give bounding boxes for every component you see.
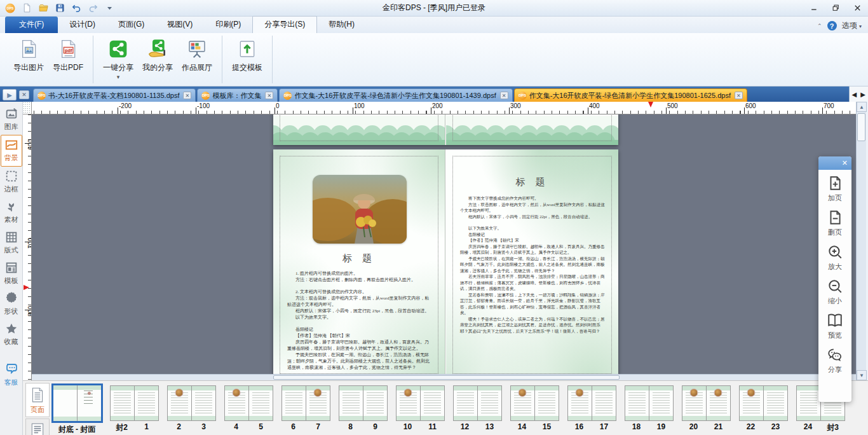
- thumbnail-page-number: 19: [649, 422, 674, 431]
- scroll-up-icon[interactable]: ▲: [857, 102, 867, 112]
- page-thumbnail[interactable]: 1011: [395, 383, 445, 435]
- sidebar-item-background[interactable]: 背景: [1, 135, 22, 167]
- close-button[interactable]: [846, 0, 868, 16]
- ribbon-button-share-green[interactable]: 一键分享▾: [98, 37, 138, 79]
- close-tab-icon[interactable]: ✕: [265, 92, 273, 99]
- editor-canvas[interactable]: 标 题 1. 图片框内可替换成您的图片。方法：右键点击图片框，删除内图，再双击图…: [32, 114, 856, 380]
- tab-scroll-left-icon[interactable]: ◀: [852, 91, 857, 98]
- sidebar-item-label: 客服: [4, 378, 18, 387]
- menu-item-文件F[interactable]: 文件(F): [5, 17, 58, 33]
- sidebar-item-favorite[interactable]: 收藏: [1, 319, 22, 350]
- save-icon[interactable]: [53, 2, 66, 15]
- sidebar-item-material[interactable]: 素材: [1, 197, 22, 228]
- restore-button[interactable]: [825, 0, 846, 16]
- open-folder-icon[interactable]: [37, 2, 50, 15]
- tab-scroll-right-icon[interactable]: ▶: [860, 91, 865, 98]
- page-thumbnail[interactable]: 89: [338, 383, 388, 435]
- menu-item-视图V[interactable]: 视图(V): [156, 17, 204, 33]
- caret-down-icon[interactable]: [103, 2, 116, 15]
- document-tab[interactable]: DPS作文集-大16开软皮平装-绿色清新小学生作文集190801-1625.dp…: [514, 88, 747, 102]
- sidebar-item-label: 收藏: [4, 337, 18, 347]
- vertical-scroll-thumb[interactable]: [857, 113, 865, 141]
- close-tab-icon[interactable]: ✕: [183, 92, 191, 99]
- menu-item-帮助H[interactable]: 帮助(H): [317, 17, 366, 33]
- page-right-title[interactable]: 标 题: [446, 176, 618, 188]
- thumbnail-page-left: [625, 386, 649, 420]
- gallery-icon: [186, 38, 208, 60]
- float-panel-item-label: 删页: [828, 228, 842, 237]
- close-icon[interactable]: ✕: [842, 159, 848, 167]
- ribbon-button-submit-template[interactable]: 提交模板: [227, 37, 267, 73]
- page-paragraph: 1. 图片框内可替换成您的图片。: [287, 270, 432, 277]
- horizontal-scroll-thumb[interactable]: [273, 375, 620, 380]
- current-page-spread[interactable]: 标 题 1. 图片框内可替换成您的图片。方法：右键点击图片框，删除内图，再双击图…: [273, 149, 618, 380]
- thumbnail-page-number: 7: [306, 422, 330, 431]
- sidebar-item-template[interactable]: 模板: [1, 258, 22, 289]
- ribbon-button-gallery[interactable]: 作品展厅: [177, 37, 217, 73]
- ribbon-button-export-image[interactable]: 导出图片: [9, 37, 48, 73]
- float-panel-header[interactable]: ✕: [818, 156, 851, 170]
- float-panel-item-preview[interactable]: 预览: [818, 307, 851, 342]
- float-panel-item-zoom-in[interactable]: 放大: [818, 238, 851, 273]
- close-tab-icon[interactable]: ✕: [19, 90, 29, 99]
- document-tab[interactable]: DPS模板库：作文集✕: [197, 88, 278, 102]
- page-right-textblock[interactable]: 将下面文字替换成您的作文内容即可。方法：双击图标，选中框内文字，然后，从word…: [460, 195, 606, 371]
- page-thumbnail[interactable]: 封底 - 封面: [52, 383, 102, 435]
- menu-item-设计D[interactable]: 设计(D): [58, 17, 107, 33]
- previous-page-spread[interactable]: [273, 114, 618, 145]
- vertical-scrollbar[interactable]: ▲ ▼: [856, 102, 866, 380]
- float-panel-item-zoom-out[interactable]: 缩小: [818, 273, 851, 307]
- chevron-up-icon[interactable]: ⌃: [817, 23, 822, 29]
- page-thumbnail[interactable]: 23: [166, 383, 216, 435]
- page-thumbnail[interactable]: 封21: [109, 383, 159, 435]
- sidebar-item-border[interactable]: 边框: [1, 167, 22, 197]
- page-thumbnail[interactable]: 1213: [452, 383, 502, 435]
- pages-tool-button[interactable]: 页面: [25, 383, 50, 417]
- menu-item-分享导出S[interactable]: 分享导出(S): [252, 16, 317, 33]
- thumbnail-page-number: 6: [281, 422, 306, 431]
- sidebar-item-image-library[interactable]: 图库: [1, 104, 22, 135]
- menu-item-印刷P[interactable]: 印刷(P): [204, 17, 252, 33]
- float-panel-item-remove-page[interactable]: 删页: [818, 204, 851, 238]
- thumbnail-page-right: [649, 386, 673, 420]
- child-photo[interactable]: [313, 175, 407, 244]
- ribbon-button-export-pdf[interactable]: pdf导出PDF: [48, 37, 88, 73]
- scroll-down-icon[interactable]: ▼: [857, 370, 867, 380]
- undo-icon[interactable]: [70, 2, 83, 15]
- page-left-title[interactable]: 标 题: [273, 252, 445, 265]
- layers-tool-button[interactable]: [25, 418, 50, 435]
- close-tab-icon[interactable]: ✕: [500, 92, 508, 99]
- page-right[interactable]: 标 题 将下面文字替换成您的作文内容即可。方法：双击图标，选中框内文字，然后，从…: [446, 149, 618, 380]
- page-left-textblock[interactable]: 1. 图片框内可替换成您的图片。方法：右键点击图片框，删除内图，再双击图片框插入…: [287, 270, 432, 375]
- close-tab-icon[interactable]: ✕: [735, 92, 743, 99]
- page-thumbnail[interactable]: 1819: [624, 383, 674, 435]
- page-left[interactable]: 标 题 1. 图片框内可替换成您的图片。方法：右键点击图片框，删除内图，再双击图…: [273, 149, 445, 380]
- menu-item-页面G[interactable]: 页面(G): [107, 17, 156, 33]
- float-panel-item-wechat-share[interactable]: 分享: [818, 342, 851, 376]
- thumbnail-page-left: [397, 386, 420, 420]
- ribbon-button-my-share[interactable]: 我的分享: [138, 37, 177, 73]
- sidebar-item-shape[interactable]: 形状: [1, 289, 22, 319]
- new-doc-icon[interactable]: [20, 2, 33, 15]
- page-thumbnail[interactable]: 67: [281, 383, 330, 435]
- options-button[interactable]: 选项 ▾: [842, 20, 862, 31]
- page-thumbnail[interactable]: 1415: [510, 383, 559, 435]
- caret-down-icon[interactable]: ▾: [117, 75, 120, 79]
- horizontal-scrollbar[interactable]: [32, 374, 856, 380]
- page-thumbnail[interactable]: 2223: [738, 383, 788, 435]
- document-tab[interactable]: DPS作文集-大16开软皮平装-绿色清新小学生作文集190801-1439.dp…: [279, 88, 512, 102]
- thumbnail-page-left: [797, 386, 820, 420]
- thumbnail-page-right: [192, 386, 215, 420]
- help-icon[interactable]: ?: [827, 21, 837, 31]
- page-thumbnail[interactable]: 1617: [567, 383, 616, 435]
- minimize-button[interactable]: [803, 0, 825, 16]
- panel-expander-icon[interactable]: ▶: [3, 89, 17, 100]
- sidebar-item-service[interactable]: 客服: [1, 359, 22, 390]
- redo-icon[interactable]: [86, 2, 99, 15]
- sidebar-item-layout-grid[interactable]: 版式: [1, 228, 22, 258]
- page-thumbnail[interactable]: 45: [224, 383, 273, 435]
- page-thumbnail[interactable]: 2021: [681, 383, 731, 435]
- thumbnail-page-number: 5: [248, 422, 273, 431]
- document-tab[interactable]: DPS书-大16开软皮平装-文档190801-1135.dpsf✕: [33, 88, 196, 102]
- float-panel-item-add-page[interactable]: 加页: [818, 170, 851, 204]
